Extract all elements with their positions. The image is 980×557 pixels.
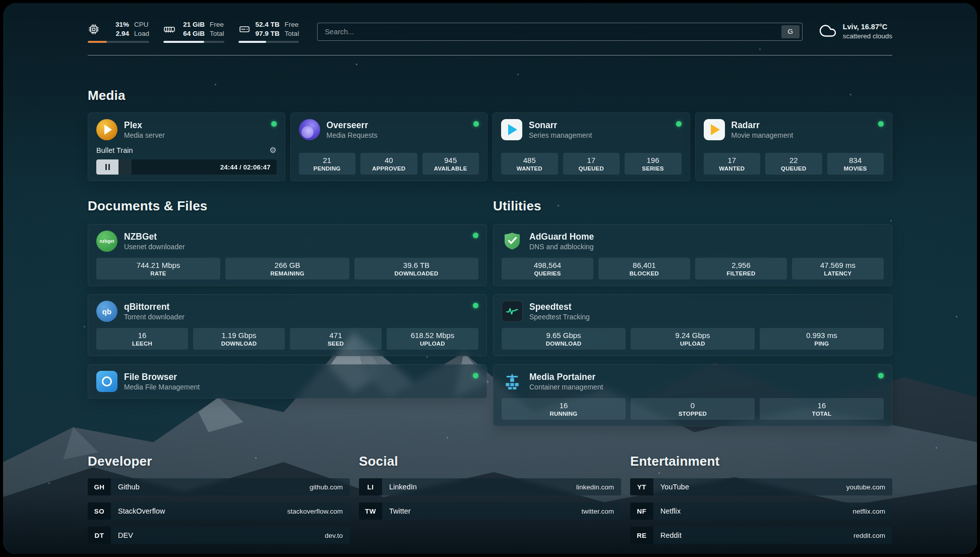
entertainment-section-title: Entertainment bbox=[630, 454, 892, 469]
app-name: Media Portainer bbox=[529, 371, 603, 383]
app-name: Radarr bbox=[731, 120, 793, 131]
memory-icon bbox=[163, 23, 175, 35]
memory-monitor: 21 GiB 64 GiB Free Total bbox=[163, 20, 224, 43]
memory-free-label: Free bbox=[210, 20, 224, 29]
stat-wanted: 485 WANTED bbox=[501, 153, 558, 175]
linkedin-badge: LI bbox=[359, 478, 382, 495]
stat-upload: 618.52 Mbps UPLOAD bbox=[387, 328, 478, 350]
plex-player-bar[interactable]: 24:44 / 02:06:47 bbox=[96, 159, 277, 175]
cpu-monitor: 31% 2.94 CPU Load bbox=[88, 20, 149, 43]
adguard-shield-icon bbox=[502, 231, 523, 252]
stat-blocked: 86,401 BLOCKED bbox=[598, 258, 690, 280]
stat-download: 9.65 Gbps DOWNLOAD bbox=[502, 328, 626, 350]
plex-card[interactable]: Plex Media server Bullet Train ⚙ 24:44 /… bbox=[88, 113, 285, 181]
bookmark-youtube[interactable]: YT YouTube youtube.com bbox=[630, 478, 892, 495]
nzbget-card[interactable]: nzbget NZBGet Usenet downloader 744.21 M… bbox=[88, 224, 487, 286]
bookmark-linkedin[interactable]: LI LinkedIn linkedin.com bbox=[359, 478, 621, 495]
stat-upload: 9.24 Gbps UPLOAD bbox=[631, 328, 755, 350]
search-engine-button[interactable]: G bbox=[781, 25, 800, 38]
social-section-title: Social bbox=[359, 454, 621, 469]
qbittorrent-icon: qb bbox=[96, 301, 117, 322]
disk-free-label: Free bbox=[285, 20, 299, 29]
stat-ping: 0.993 ms PING bbox=[760, 328, 884, 350]
app-name: Overseerr bbox=[327, 120, 378, 131]
app-name: qBittorrent bbox=[124, 301, 185, 313]
speedtest-card[interactable]: Speedtest Speedtest Tracking 9.65 Gbps D… bbox=[493, 294, 892, 356]
bookmark-dev[interactable]: DT DEV dev.to bbox=[88, 527, 350, 544]
app-subtitle: Series management bbox=[529, 131, 592, 140]
memory-progress-fill bbox=[163, 41, 204, 43]
app-name: File Browser bbox=[124, 371, 200, 383]
stat-downloaded: 39.6 TB DOWNLOADED bbox=[354, 258, 478, 280]
bookmark-netflix[interactable]: NF Netflix netflix.com bbox=[630, 503, 892, 520]
radarr-card[interactable]: Radarr Movie management 17 WANTED 22 QUE… bbox=[695, 113, 893, 181]
entertainment-column: Entertainment YT YouTube youtube.com NF … bbox=[630, 454, 892, 544]
adguard-card[interactable]: AdGuard Home DNS and adblocking 498,564 … bbox=[493, 224, 892, 286]
weather-condition: scattered clouds bbox=[843, 32, 892, 41]
overseerr-icon bbox=[299, 119, 320, 140]
bookmark-reddit[interactable]: RE Reddit reddit.com bbox=[630, 527, 892, 544]
app-name: NZBGet bbox=[124, 231, 185, 243]
dashboard-screen: 31% 2.94 CPU Load bbox=[3, 3, 977, 554]
portainer-card[interactable]: Media Portainer Container management 16 … bbox=[493, 364, 892, 426]
stat-total: 16 TOTAL bbox=[760, 398, 884, 420]
overseerr-card[interactable]: Overseerr Media Requests 21 PENDING 40 A… bbox=[290, 113, 488, 181]
stat-pending: 21 PENDING bbox=[299, 153, 356, 175]
memory-progress-bar bbox=[163, 41, 224, 43]
pause-button[interactable] bbox=[96, 159, 118, 175]
nzbget-icon: nzbget bbox=[96, 231, 117, 252]
stat-wanted: 17 WANTED bbox=[704, 153, 761, 175]
bookmark-stackoverflow[interactable]: SO StackOverflow stackoverflow.com bbox=[88, 503, 350, 520]
cloud-icon bbox=[819, 22, 837, 42]
stat-queries: 498,564 QUERIES bbox=[502, 258, 593, 280]
cpu-load-label: Load bbox=[134, 29, 149, 38]
bookmark-github[interactable]: GH Github github.com bbox=[88, 478, 350, 495]
developer-section-title: Developer bbox=[88, 454, 350, 469]
stat-queued: 22 QUEUED bbox=[765, 153, 822, 175]
cpu-chip-icon bbox=[88, 23, 100, 35]
cpu-load-value: 2.94 bbox=[116, 29, 129, 38]
sonarr-card[interactable]: Sonarr Series management 485 WANTED 17 Q… bbox=[493, 113, 690, 181]
stat-download: 1.19 Gbps DOWNLOAD bbox=[193, 328, 285, 350]
cpu-progress-fill bbox=[88, 41, 107, 43]
app-subtitle: Torrent downloader bbox=[124, 312, 185, 321]
memory-free-value: 21 GiB bbox=[183, 20, 205, 29]
stat-rate: 744.21 Mbps RATE bbox=[96, 258, 220, 280]
documents-section-title: Documents & Files bbox=[88, 198, 487, 214]
disk-total-value: 97.9 TB bbox=[256, 29, 280, 38]
header-divider bbox=[88, 55, 892, 55]
memory-total-label: Total bbox=[210, 29, 224, 38]
portainer-crane-icon bbox=[502, 371, 523, 392]
filebrowser-icon bbox=[96, 371, 117, 392]
plex-icon bbox=[96, 119, 117, 140]
app-subtitle: Speedtest Tracking bbox=[529, 312, 590, 321]
stat-seed: 471 SEED bbox=[290, 328, 382, 350]
stat-latency: 47.569 ms LATENCY bbox=[792, 258, 884, 280]
search-bar[interactable]: G bbox=[317, 23, 803, 41]
stat-queued: 17 QUEUED bbox=[563, 153, 620, 175]
dev-badge: DT bbox=[88, 527, 111, 544]
search-input[interactable] bbox=[325, 28, 781, 36]
app-subtitle: DNS and adblocking bbox=[529, 242, 594, 251]
cpu-progress-bar bbox=[88, 41, 149, 43]
qbittorrent-card[interactable]: qb qBittorrent Torrent downloader 16 LEE… bbox=[88, 294, 487, 356]
reddit-badge: RE bbox=[630, 527, 653, 544]
disk-progress-bar bbox=[238, 41, 299, 43]
bookmark-twitter[interactable]: TW Twitter twitter.com bbox=[359, 503, 621, 520]
radarr-icon bbox=[704, 119, 725, 140]
cpu-percent: 31% bbox=[115, 20, 129, 29]
playback-time: 24:44 / 02:06:47 bbox=[220, 163, 277, 171]
app-name: AdGuard Home bbox=[529, 231, 594, 243]
disk-total-label: Total bbox=[285, 29, 299, 38]
app-subtitle: Media server bbox=[124, 131, 165, 140]
app-subtitle: Container management bbox=[529, 382, 603, 392]
settings-gear-icon[interactable]: ⚙ bbox=[269, 145, 276, 155]
filebrowser-card[interactable]: File Browser Media File Management bbox=[88, 364, 487, 399]
app-name: Sonarr bbox=[529, 120, 592, 131]
stat-series: 196 SERIES bbox=[625, 153, 682, 175]
sonarr-icon bbox=[501, 119, 522, 140]
app-name: Plex bbox=[124, 120, 165, 131]
utilities-section-title: Utilities bbox=[493, 198, 892, 214]
weather-location: Lviv, 16.87°C bbox=[843, 22, 892, 32]
documents-column: Documents & Files nzbget NZBGet Usenet d… bbox=[88, 198, 487, 426]
